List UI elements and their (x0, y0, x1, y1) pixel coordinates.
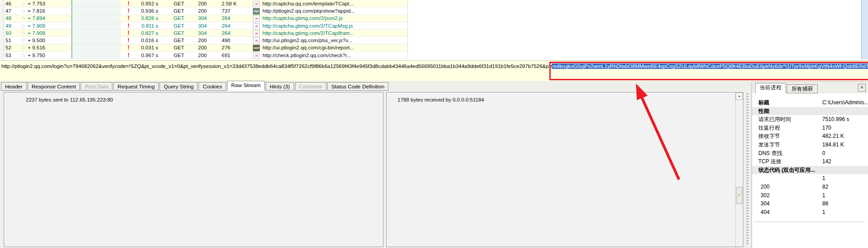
property-label: 200 (761, 184, 770, 190)
request-raw-text (4, 106, 383, 191)
raw-line (389, 134, 743, 141)
sidebar-splitter[interactable] (747, 93, 748, 245)
table-row[interactable]: 46 ☆ + 7.753 ! 0.952 s GET 200 2.58 K ht… (5, 0, 408, 7)
property-row[interactable]: 状态代码 (双击可应用... (752, 166, 868, 175)
star-icon[interactable]: ☆ (21, 23, 28, 29)
property-label: 往返行程 (758, 125, 780, 131)
tab-label: Response Content (32, 83, 76, 90)
sidebar-tabs: 当前进程 所有捕获 (752, 82, 868, 93)
property-row[interactable]: 302 1 (752, 191, 868, 200)
table-row[interactable]: 53 ☆ + 9.750 ! 0.967 s GET 200 691 http:… (5, 52, 408, 59)
tab-label: Query String (164, 83, 194, 90)
request-url[interactable]: http://check.ptlogin2.qq.com/check?r... (262, 52, 407, 58)
tab[interactable]: Comment (295, 82, 326, 91)
stats-sidebar: 当前进程 所有捕获 ✕ 标题 C:\Users\Adminis... 性能 请求… (752, 82, 868, 248)
request-url[interactable]: http://captcha.gtimg.com/2/json2.js (262, 15, 407, 21)
property-value: 7510.996 s (822, 115, 849, 124)
response-raw-pane[interactable]: 1788 bytes received by 0.0.0.0:51184 ▲ ≡ (386, 92, 743, 247)
status-code: 200 (198, 8, 209, 14)
scroll-up-icon[interactable]: ▲ (736, 92, 743, 100)
row-number: 46 (5, 0, 21, 7)
tab[interactable]: Response Content (28, 82, 80, 91)
file-type-icon (252, 38, 260, 43)
request-url[interactable]: http://ptlogin2.qq.com/ptqrshow?appid... (262, 8, 407, 14)
property-row[interactable]: 请求已用时间 7510.996 s (752, 115, 868, 124)
star-icon[interactable]: ☆ (21, 52, 28, 58)
request-url[interactable]: http://captcha.gtimg.com/2/TCapMsg.js (262, 23, 407, 29)
property-label: 请求已用时间 (758, 116, 791, 122)
raw-line (389, 191, 743, 198)
property-row[interactable]: 304 86 (752, 199, 868, 208)
error-icon: ! (121, 30, 136, 36)
property-label: 状态代码 (双击可应用... (758, 167, 815, 173)
table-row[interactable]: 48 ☆ + 7.894 ! 0.826 s GET 304 264 http:… (5, 15, 408, 22)
tab[interactable]: Raw Stream (227, 81, 265, 91)
star-icon[interactable]: ☆ (21, 37, 28, 44)
raw-line (389, 170, 743, 177)
tab-all-captures[interactable]: 所有捕获 (787, 84, 818, 93)
tab[interactable]: Query String (160, 82, 198, 91)
time-offset: + 9.500 (28, 37, 46, 44)
property-row[interactable]: TCP 连接 142 (752, 157, 868, 166)
tab[interactable]: Post Data (81, 82, 112, 91)
tab[interactable]: Request Timing (113, 82, 159, 91)
response-raw-text (387, 106, 743, 247)
table-scrollbar[interactable] (861, 0, 868, 59)
star-icon[interactable]: ☆ (21, 44, 28, 51)
url-selected-parameter: m4krujkvGSvjPx2wmL1yRhDlwbO8MMweBE4spCsg… (552, 63, 868, 69)
star-icon[interactable]: ☆ (21, 15, 28, 21)
response-scrollbar[interactable]: ▲ ≡ (735, 92, 743, 247)
table-row[interactable]: 51 ☆ + 9.500 ! 0.016 s GET 200 490 http:… (5, 37, 408, 44)
request-url[interactable]: http://ui.ptlogin2.qq.com/cgi-bin/report… (262, 44, 407, 51)
duration: 0.827 s (136, 30, 158, 36)
property-label: 发送字节 (758, 141, 780, 148)
request-url[interactable]: http://captcha.qq.com/template/TCapl... (262, 0, 407, 7)
property-row[interactable]: 往返行程 170 (752, 124, 868, 132)
property-label: 304 (761, 200, 770, 207)
property-row[interactable]: 1 (752, 174, 868, 183)
property-row[interactable]: 性能 (752, 107, 868, 116)
tab[interactable]: Status Code Definition (327, 82, 388, 91)
property-row[interactable]: 200 82 (752, 183, 868, 191)
property-row[interactable]: 接收字节 482.21 K (752, 132, 868, 141)
scrollbar-thumb[interactable]: ≡ (736, 187, 742, 204)
response-size: 264 (222, 23, 241, 29)
tab-label: Raw Stream (231, 82, 261, 88)
property-value: 1 (822, 208, 825, 217)
property-value: 0 (822, 149, 825, 158)
http-method: GET (174, 30, 186, 36)
tab[interactable]: Cookies (199, 82, 226, 91)
property-row[interactable]: 404 1 (752, 208, 868, 217)
property-label: TCP 连接 (758, 158, 781, 165)
request-url[interactable]: http://ui.ptlogin2.qq.com/ptui_ver.js?v.… (262, 37, 407, 44)
close-icon[interactable]: ✕ (858, 84, 866, 92)
property-row[interactable]: DNS 查找 0 (752, 149, 868, 158)
request-table-rows: 46 ☆ + 7.753 ! 0.952 s GET 200 2.58 K ht… (5, 0, 408, 59)
table-row[interactable]: 47 ☆ + 7.816 ! 0.936 s GET 200 737 http:… (5, 7, 408, 15)
tab[interactable]: Header (1, 82, 27, 91)
file-type-icon (252, 30, 260, 36)
request-raw-pane[interactable]: 2237 bytes sent to 112.65.195.223:80 (4, 92, 383, 247)
row-number: 51 (5, 37, 21, 44)
http-method: GET (174, 52, 186, 58)
star-icon[interactable]: ☆ (21, 30, 28, 36)
row-number: 52 (5, 44, 21, 51)
selected-request-url-bar[interactable]: http://ptlogin2.qq.com/login?u=794682062… (0, 60, 868, 81)
star-icon[interactable]: ☆ (21, 8, 28, 14)
http-method: GET (174, 0, 186, 7)
property-label: 404 (761, 209, 770, 215)
table-row[interactable]: 52 ☆ + 9.516 ! 0.031 s GET 200 276 http:… (5, 44, 408, 52)
star-icon[interactable]: ☆ (21, 0, 28, 7)
time-offset: + 7.753 (28, 0, 46, 7)
raw-line (6, 177, 383, 184)
property-row[interactable]: 发送字节 184.81 K (752, 141, 868, 149)
status-code: 200 (198, 52, 209, 58)
tab-current-process[interactable]: 当前进程 (755, 83, 786, 93)
detail-tabs: HeaderResponse ContentPost DataRequest T… (0, 81, 868, 91)
table-row[interactable]: 50 ☆ + 7.909 ! 0.827 s GET 304 264 http:… (5, 29, 408, 37)
raw-line (389, 205, 743, 212)
table-row[interactable]: 49 ☆ + 7.909 ! 0.811 s GET 304 264 http:… (5, 22, 408, 29)
property-row[interactable]: 标题 C:\Users\Adminis... (752, 98, 868, 107)
tab[interactable]: Hints (3) (266, 82, 294, 91)
request-url[interactable]: http://captcha.gtimg.com/2/TCapIfram... (262, 30, 407, 36)
